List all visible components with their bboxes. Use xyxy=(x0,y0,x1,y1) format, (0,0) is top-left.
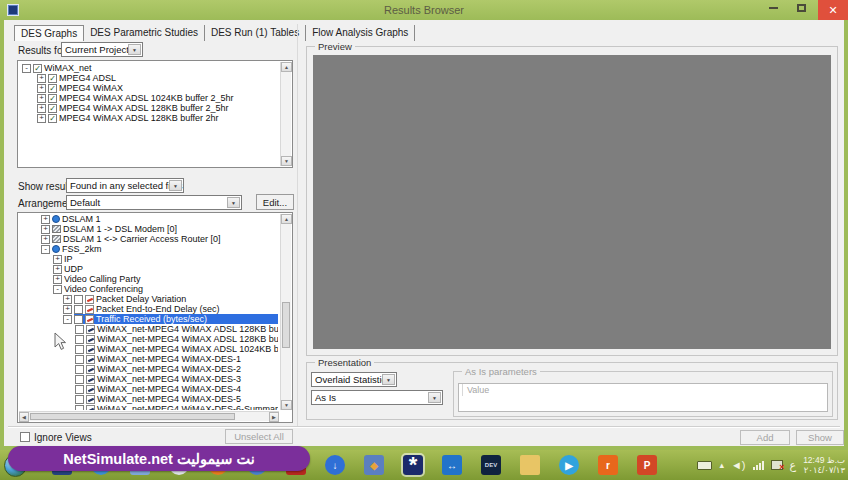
maximize-button[interactable] xyxy=(788,0,814,16)
tree-item[interactable]: -FSS_2km xyxy=(20,244,278,254)
tree-item[interactable]: +IP xyxy=(20,254,278,264)
vscroll-thumb[interactable] xyxy=(282,302,290,348)
expand-toggle-icon[interactable]: + xyxy=(53,265,62,274)
volume-icon[interactable]: ◄) xyxy=(731,459,746,471)
expand-toggle-icon[interactable]: + xyxy=(53,255,62,264)
expand-toggle-icon[interactable]: + xyxy=(41,215,50,224)
show-results-dropdown[interactable]: Found in any selected files▼ xyxy=(66,178,184,193)
opnet-modeler-icon[interactable]: * xyxy=(403,455,423,475)
powerpoint-icon[interactable]: P xyxy=(637,455,657,475)
item-checkbox[interactable] xyxy=(75,335,84,344)
expand-toggle-icon[interactable]: + xyxy=(53,275,62,284)
tab-flow-analysis-graphs[interactable]: Flow Analysis Graphs xyxy=(306,25,415,41)
expand-toggle-icon[interactable]: + xyxy=(63,295,72,304)
tree-item[interactable]: +DSLAM 1 <-> Carrier Access Router [0] xyxy=(20,234,278,244)
unselect-all-button[interactable]: Unselect All xyxy=(225,429,293,444)
top-tree-vscrollbar[interactable]: ▲ ▼ xyxy=(280,62,291,166)
r-app-icon[interactable]: r xyxy=(598,455,618,475)
item-checkbox[interactable] xyxy=(75,405,84,411)
results-files-tree[interactable]: -✓WiMAX_net+✓MPEG4 ADSL+✓MPEG4 WiMAX+✓MP… xyxy=(17,60,293,168)
edit-arrangement-button[interactable]: Edit... xyxy=(256,194,294,210)
scroll-up-icon[interactable]: ▲ xyxy=(281,214,292,224)
explorer-icon[interactable] xyxy=(520,455,540,475)
titlebar[interactable]: Results Browser ✕ xyxy=(0,0,848,20)
tree-item[interactable]: +Packet Delay Variation xyxy=(20,294,278,304)
add-button[interactable]: Add xyxy=(740,430,790,445)
expand-toggle-icon[interactable]: - xyxy=(22,64,31,73)
tree-item[interactable]: WiMAX_net-MPEG4 WiMAX-DES-4 xyxy=(20,384,278,394)
tree-item[interactable]: -Video Conferencing xyxy=(20,284,278,294)
tree-item[interactable]: -Traffic Received (bytes/sec) xyxy=(20,314,278,324)
results-for-dropdown[interactable]: Current Project▼ xyxy=(61,42,143,57)
statistics-tree[interactable]: +DSLAM 1+DSLAM 1 -> DSL Modem [0]+DSLAM … xyxy=(17,212,293,423)
item-checkbox[interactable] xyxy=(75,375,84,384)
show-button[interactable]: Show xyxy=(796,430,844,445)
tree-item[interactable]: +✓MPEG4 WiMAX ADSL 128KB buffer 2hr xyxy=(20,113,278,123)
tab-des-graphs[interactable]: DES Graphs xyxy=(14,25,84,41)
close-button[interactable]: ✕ xyxy=(818,0,848,20)
tree-item[interactable]: WiMAX_net-MPEG4 WiMAX-DES-6-Summary xyxy=(20,404,278,410)
scroll-up-icon[interactable]: ▲ xyxy=(281,62,292,72)
item-checkbox[interactable]: ✓ xyxy=(48,74,57,83)
item-checkbox[interactable] xyxy=(74,315,83,324)
expand-toggle-icon[interactable]: - xyxy=(53,285,62,294)
vmware-icon[interactable]: ◆ xyxy=(364,455,384,475)
tree-item[interactable]: WiMAX_net-MPEG4 WiMAX-DES-3 xyxy=(20,374,278,384)
scroll-right-icon[interactable]: ▶ xyxy=(269,412,279,422)
language-indicator[interactable]: ع xyxy=(790,459,797,472)
tree-item[interactable]: WiMAX_net-MPEG4 WiMAX-DES-5 xyxy=(20,394,278,404)
item-checkbox[interactable] xyxy=(75,355,84,364)
tree-item[interactable]: +DSLAM 1 xyxy=(20,214,278,224)
item-checkbox[interactable]: ✓ xyxy=(48,114,57,123)
ignore-views-checkbox[interactable] xyxy=(20,432,30,442)
expand-toggle-icon[interactable]: - xyxy=(41,245,50,254)
stats-tree-vscrollbar[interactable]: ▲ ▼ xyxy=(280,214,291,410)
devcpp-icon[interactable]: DEV xyxy=(481,455,501,475)
expand-toggle-icon[interactable]: + xyxy=(41,235,50,244)
stat-mode-dropdown[interactable]: Overlaid Statistics▼ xyxy=(311,372,397,387)
idm-icon[interactable]: ↓ xyxy=(325,455,345,475)
tree-item[interactable]: +✓MPEG4 WiMAX ADSL 128KB buffer 2_5hr xyxy=(20,103,278,113)
item-checkbox[interactable]: ✓ xyxy=(33,64,42,73)
hscroll-thumb[interactable] xyxy=(30,413,235,420)
item-checkbox[interactable] xyxy=(75,395,84,404)
teamviewer-icon[interactable]: ↔ xyxy=(442,455,462,475)
tree-item[interactable]: +Packet End-to-End Delay (sec) xyxy=(20,304,278,314)
arrangement-dropdown[interactable]: Default▼ xyxy=(66,195,242,210)
item-checkbox[interactable] xyxy=(74,305,83,314)
scroll-down-icon[interactable]: ▼ xyxy=(281,400,292,410)
expand-toggle-icon[interactable]: + xyxy=(37,74,46,83)
expand-toggle-icon[interactable]: + xyxy=(37,114,46,123)
scroll-left-icon[interactable]: ◀ xyxy=(19,412,29,422)
minimize-button[interactable] xyxy=(760,0,786,16)
transform-dropdown[interactable]: As Is▼ xyxy=(311,390,443,405)
expand-toggle-icon[interactable]: + xyxy=(41,225,50,234)
expand-toggle-icon[interactable]: + xyxy=(63,305,72,314)
tree-item[interactable]: +✓MPEG4 WiMAX ADSL 1024KB buffer 2_5hr xyxy=(20,93,278,103)
telegram-icon[interactable]: ▶ xyxy=(559,455,579,475)
item-checkbox[interactable] xyxy=(74,295,83,304)
scroll-down-icon[interactable]: ▼ xyxy=(281,156,292,166)
expand-toggle-icon[interactable]: + xyxy=(37,104,46,113)
parameters-list[interactable]: Value xyxy=(458,383,828,412)
expand-toggle-icon[interactable]: + xyxy=(37,94,46,103)
tab-des-parametric-studies[interactable]: DES Parametric Studies xyxy=(84,25,205,41)
item-checkbox[interactable]: ✓ xyxy=(48,94,57,103)
tree-item[interactable]: +Video Calling Party xyxy=(20,274,278,284)
expand-toggle-icon[interactable]: + xyxy=(37,84,46,93)
network-signal-icon[interactable] xyxy=(753,461,764,470)
item-checkbox[interactable] xyxy=(75,365,84,374)
tree-item[interactable]: +UDP xyxy=(20,264,278,274)
clock[interactable]: 12:49 ب.ظ ٢٠١٤/٠٧/١٣ xyxy=(803,455,845,475)
tree-item[interactable]: WiMAX_net-MPEG4 WiMAX-DES-2 xyxy=(20,364,278,374)
tree-item[interactable]: WiMAX_net-MPEG4 WiMAX-DES-1 xyxy=(20,354,278,364)
expand-toggle-icon[interactable]: - xyxy=(63,315,72,324)
chevron-up-icon[interactable]: ▴ xyxy=(719,460,724,470)
network-error-icon[interactable]: × xyxy=(771,460,783,470)
item-checkbox[interactable] xyxy=(75,345,84,354)
item-checkbox[interactable] xyxy=(75,385,84,394)
item-checkbox[interactable] xyxy=(75,325,84,334)
tree-item[interactable]: +DSLAM 1 -> DSL Modem [0] xyxy=(20,224,278,234)
item-checkbox[interactable]: ✓ xyxy=(48,104,57,113)
stats-tree-hscrollbar[interactable]: ◀ ▶ xyxy=(19,411,279,421)
